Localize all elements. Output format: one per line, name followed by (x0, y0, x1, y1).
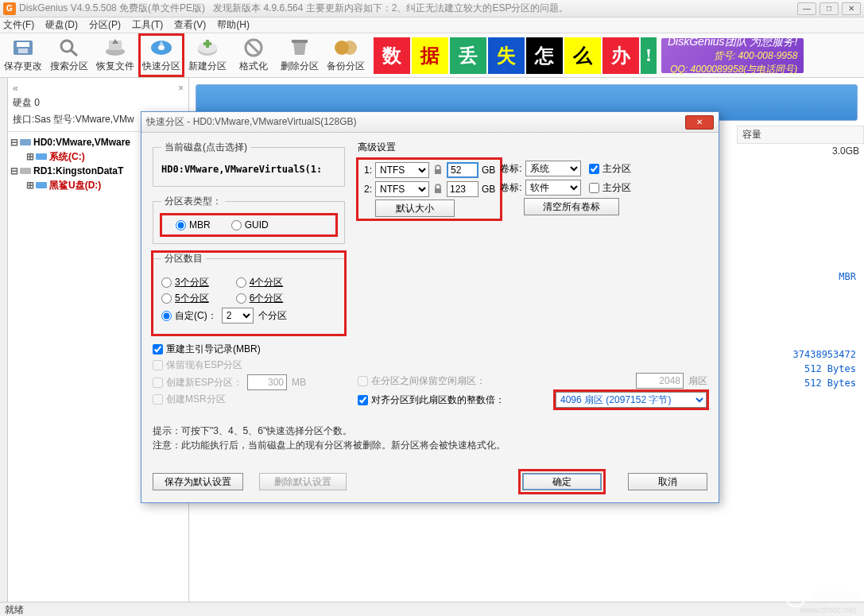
adv-legend: 高级设置 (358, 141, 707, 154)
cancel-button[interactable]: 取消 (628, 473, 707, 490)
fs-select-2[interactable]: NTFS (375, 181, 429, 197)
tree-sysc-label: 系统(C:) (49, 150, 85, 164)
watermark-url: www.dnxtc.net (800, 605, 856, 614)
svg-rect-23 (791, 592, 795, 596)
radio-mbr[interactable]: MBR (176, 219, 211, 231)
clear-labels-button[interactable]: 清空所有卷标 (524, 198, 619, 215)
tb-search-label: 搜索分区 (50, 60, 88, 73)
partition-count-fieldset: 分区数目 3个分区 4个分区 5个分区 6个分区 自定(C)： 2 个分区 (153, 252, 345, 335)
partition-row-1: 1: NTFS GB (359, 161, 499, 180)
radio-guid[interactable]: GUID (231, 219, 269, 231)
lock-icon[interactable] (432, 165, 444, 176)
radio-6-partitions[interactable]: 6个分区 (236, 292, 284, 305)
banner-sq: 么 (564, 37, 601, 74)
menu-tools[interactable]: 工具(T) (132, 18, 163, 32)
tb-backup-label: 备份分区 (327, 60, 365, 73)
chk-align[interactable]: 对齐分区到此扇区数的整数倍： (358, 393, 505, 407)
save-default-button[interactable]: 保存为默认设置 (153, 473, 243, 490)
quick-partition-icon (149, 37, 174, 58)
banner-sq: 怎 (526, 37, 563, 74)
banner-contact: DiskGenius团队 为您服务! 货号: 400-008-9958 QQ: … (661, 38, 804, 73)
svg-rect-12 (203, 42, 211, 45)
radio-5-partitions[interactable]: 5个分区 (161, 292, 209, 305)
svg-point-3 (61, 41, 72, 52)
volume-icon (35, 180, 48, 191)
svg-rect-21 (36, 182, 47, 188)
svg-line-4 (71, 50, 77, 56)
dialog-buttons: 保存为默认设置 删除默认设置 确定 取消 (153, 471, 707, 493)
tb-delete-partition[interactable]: 删除分区 (277, 33, 323, 77)
banner-sq: 办 (602, 37, 639, 74)
custom-count-select[interactable]: 2 (222, 308, 254, 323)
current-disk-value[interactable]: HD0:VMware,VMwareVirtualS(1: (161, 161, 336, 178)
ok-button[interactable]: 确定 (522, 473, 602, 490)
app-title: DiskGenius V4.9.5.508 免费版(单文件PE版) (19, 2, 205, 15)
menu-partition[interactable]: 分区(P) (89, 18, 121, 32)
svg-rect-1 (17, 42, 29, 47)
bytes1: 512 Bytes (737, 362, 864, 376)
size-input-2[interactable] (447, 181, 478, 197)
capacity-value: 3.0GB (737, 144, 864, 158)
radio-custom[interactable]: 自定(C)： (161, 309, 217, 323)
tb-format[interactable]: 格式化 (231, 33, 277, 77)
table-type-fieldset: 分区表类型： MBR GUID (153, 195, 345, 244)
radio-4-partitions[interactable]: 4个分区 (236, 276, 284, 289)
tb-backup-partition[interactable]: 备份分区 (323, 33, 369, 77)
banner-sq: 丢 (450, 37, 486, 74)
close-button[interactable]: ✕ (842, 2, 861, 15)
menu-help[interactable]: 帮助(H) (217, 18, 250, 32)
delete-default-button: 删除默认设置 (259, 473, 347, 490)
ad-banner[interactable]: 数 据 丢 失 怎 么 办 ! DiskGenius团队 为您服务! 货号: 4… (369, 33, 864, 77)
tree-heisha-label: 黑鲨U盘(D:) (49, 179, 101, 192)
tb-quick-partition[interactable]: 快速分区 (138, 33, 184, 77)
menu-file[interactable]: 文件(F) (3, 18, 34, 32)
esp-size-input (247, 374, 287, 390)
tree-hd0-label: HD0:VMware,VMware (33, 137, 130, 148)
recover-icon (103, 37, 128, 58)
vol-label-2: 卷标: (500, 181, 521, 195)
chk-rebuild-mbr[interactable]: 重建主引导记录(MBR) (153, 343, 261, 356)
bytes2: 512 Bytes (737, 376, 864, 390)
size-input-1[interactable] (447, 162, 478, 178)
svg-rect-2 (18, 48, 28, 53)
dialog-titlebar[interactable]: 快速分区 - HD0:VMware,VMwareVirtualS(128GB) … (141, 112, 719, 133)
default-size-button[interactable]: 默认大小 (375, 200, 455, 217)
capacity-header: 容量 (737, 126, 864, 144)
tree-rd1-label: RD1:KingstonDataT (33, 165, 123, 176)
update-notice[interactable]: 发现新版本 4.9.6.564 主要更新内容如下：2、纠正无法建立较大的ESP分… (213, 2, 568, 15)
tb-save[interactable]: 保存更改 (0, 33, 46, 77)
custom-suffix: 个分区 (258, 309, 287, 323)
fs-select-1[interactable]: NTFS (375, 162, 429, 178)
collapse-icon[interactable]: « (13, 83, 18, 94)
tb-search[interactable]: 搜索分区 (46, 33, 92, 77)
usb-icon (19, 165, 32, 176)
maximize-button[interactable]: □ (819, 2, 839, 15)
vol-select-2[interactable]: 软件 (525, 180, 581, 196)
align-select[interactable]: 4096 扇区 (2097152 字节) (556, 392, 707, 408)
volume-icon (35, 151, 48, 162)
sector-count: 37438953472 (737, 347, 864, 362)
status-bar: 就绪 (0, 602, 864, 616)
tb-del-label: 删除分区 (281, 60, 319, 73)
chk-create-msr: 创建MSR分区 (153, 393, 226, 406)
chk-primary-2[interactable]: 主分区 (589, 181, 631, 195)
tb-new-partition[interactable]: 新建分区 (184, 33, 231, 77)
tb-recover[interactable]: 恢复文件 (92, 33, 138, 77)
vol-select-1[interactable]: 系统 (525, 161, 581, 176)
table-type-legend: 分区表类型： (161, 195, 225, 208)
banner-line1: DiskGenius团队 为您服务! (668, 35, 797, 49)
radio-3-partitions[interactable]: 3个分区 (161, 276, 209, 289)
gb-label2: GB (482, 184, 499, 195)
mb-label: MB (292, 377, 306, 388)
dialog-close-button[interactable]: ✕ (685, 115, 714, 130)
lock-icon[interactable] (432, 184, 444, 195)
chk-primary-1[interactable]: 主分区 (589, 162, 631, 176)
minimize-button[interactable]: — (797, 2, 816, 15)
menu-disk[interactable]: 硬盘(D) (45, 18, 78, 32)
close-icon[interactable]: × (178, 83, 184, 94)
banner-sq: 据 (412, 37, 448, 74)
menu-view[interactable]: 查看(V) (174, 18, 206, 32)
banner-sq: 失 (488, 37, 525, 74)
svg-rect-15 (292, 40, 308, 43)
format-icon (241, 37, 266, 58)
